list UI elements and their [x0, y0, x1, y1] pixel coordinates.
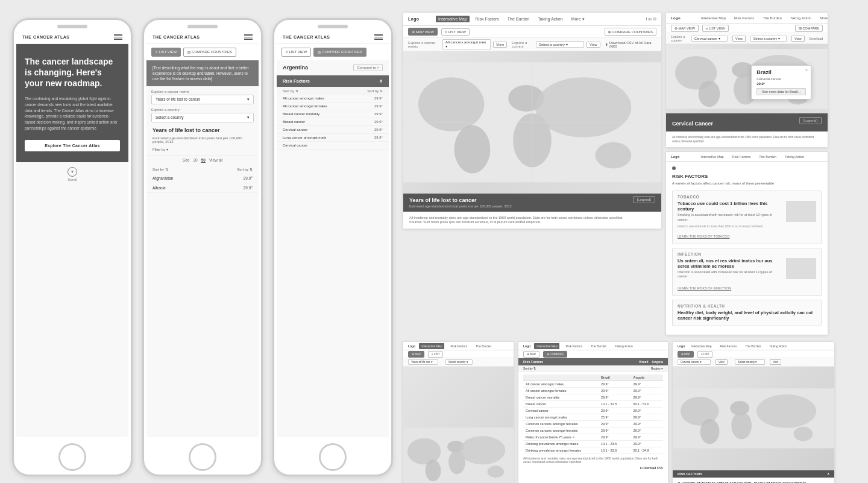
phone3-item-4[interactable]: Breast cancer 29.9° — [277, 118, 389, 126]
risk-card-tobacco-link[interactable]: LEARN THE RISKS OF TOBACCO — [678, 235, 730, 238]
burden-country-select[interactable]: Select country ▾ — [445, 359, 473, 365]
compare-table-row-4[interactable]: Cervical cancer 29.9° 29.9° — [523, 408, 663, 414]
phone-3-compare-to-btn[interactable]: Compare to > — [353, 64, 383, 71]
collapse-icon[interactable]: ∧ — [379, 78, 383, 84]
view-btn-cervical-2[interactable]: View — [791, 36, 805, 42]
popup-close-btn[interactable]: × — [805, 68, 808, 73]
compare-table-row-6[interactable]: Common cancers amongst females 29.9° 29.… — [523, 421, 663, 428]
compare-nav-burden[interactable]: The Burden — [588, 343, 609, 349]
cervical-legend-btn[interactable]: [Legend] — [799, 117, 822, 124]
risk-card-infection-link[interactable]: LEARN THE RISKS OF INFECTION — [678, 286, 731, 290]
map-view-btn-cervical[interactable]: ⊕ MAP VIEW — [671, 25, 699, 32]
download-btn[interactable]: ⬇ Download CSV of All Data (MB) — [605, 41, 656, 48]
compare-sort-by[interactable]: Sort by ⇅ — [523, 367, 536, 370]
dt-risk-risk[interactable]: Risk Factors — [730, 154, 753, 160]
list-item-albania[interactable]: Albania 29.9° — [146, 183, 259, 193]
compare-btn-cervical[interactable]: ⊞ COMPARE — [795, 25, 823, 32]
phone-3-list-view-btn[interactable]: ≡ LIST VIEW — [281, 48, 311, 57]
metric-view-btn[interactable]: View — [493, 42, 507, 48]
dt-nav-imap-cervical[interactable]: Interactive Map — [699, 15, 728, 21]
sort-by-1[interactable]: Sort by ⇅ — [153, 167, 168, 171]
phone3-item-1[interactable]: All cancer amongst males 29.9° — [277, 95, 389, 103]
compare-nav-imap[interactable]: Interactive Map — [534, 343, 559, 349]
map-view-btn[interactable]: ⊕ MAP VIEW — [408, 28, 438, 36]
dt-nav-burden-cervical[interactable]: The Burden — [760, 15, 784, 21]
cervical-mini-map-btn[interactable]: ⊕ MAP — [678, 351, 694, 358]
dt-nav-risk-cervical[interactable]: Risk Factors — [732, 15, 756, 21]
compare-table-row-8[interactable]: Risks of cancer below 75 years > 29.9° 2… — [523, 434, 663, 441]
linkedin-icon[interactable]: in — [649, 17, 652, 22]
burden-nav-burden[interactable]: The Burden — [473, 343, 494, 349]
phone-1-explore-btn[interactable]: Explore The Cancer Atlas — [25, 140, 120, 151]
select-country-cervical[interactable]: Select a country ▾ — [750, 36, 787, 42]
compare-table-row-5[interactable]: Lung cancer amongst males 25.9° 29.9° — [523, 414, 663, 421]
cervical-mini-metric-select[interactable]: Cervical cancer ▾ — [678, 359, 711, 365]
dt-nav-the-burden[interactable]: The Burden — [505, 16, 532, 22]
hamburger-icon-1[interactable] — [114, 34, 122, 40]
phone3-item-5[interactable]: Cervical cancer 29.9° — [277, 126, 389, 134]
compare-nav-taking[interactable]: Taking Action — [612, 343, 635, 349]
phone3-item-7[interactable]: Cervical cancer — [277, 142, 389, 150]
phone3-item-3[interactable]: Breast cancer mortality 29.9° — [277, 110, 389, 118]
burden-map-btn[interactable]: ⊕ MAP — [408, 351, 424, 358]
dt-nav-more[interactable]: More ▾ — [569, 16, 587, 23]
burden-nav-imap[interactable]: Interactive Map — [419, 343, 444, 349]
sort-by-4[interactable]: Sort by ⇅ — [367, 89, 383, 93]
phone-2-country-select[interactable]: Select a country ▾ — [151, 113, 254, 122]
compare-table-row-7[interactable]: Common cancers amongst females 29.9° 29.… — [523, 428, 663, 434]
phone-2-list-view-btn[interactable]: ≡ LIST VIEW — [151, 48, 181, 57]
cervical-mini-view-2[interactable]: View — [770, 359, 782, 365]
cervical-mini-collapse[interactable]: ∧ — [827, 472, 829, 476]
compare-countries-btn[interactable]: ⊞ COMPARE COUNTRIES — [605, 28, 656, 36]
pager-20[interactable]: 20 — [193, 158, 197, 162]
compare-table-row-10[interactable]: Drinking prevalence amongst females 10.1… — [523, 447, 663, 454]
list-view-btn-cervical[interactable]: ≡ LIST VIEW — [702, 25, 729, 32]
dt-burden-risk[interactable]: The Burden — [756, 154, 779, 160]
pager-50[interactable]: 50 — [201, 158, 206, 162]
email-icon[interactable]: ✉ — [653, 17, 656, 22]
phone-3-compare-btn[interactable]: ⊞ COMPARE COUNTRIES — [313, 48, 366, 57]
sort-by-2[interactable]: Sort by ⇅ — [237, 167, 253, 171]
cervical-mini-taking[interactable]: Taking Action — [767, 343, 789, 349]
popup-more-btn[interactable]: See more data for Brazil... — [756, 88, 806, 95]
list-view-btn[interactable]: ≡ LIST VIEW — [441, 28, 470, 36]
view-btn-cervical[interactable]: View — [732, 36, 746, 42]
compare-compare-btn[interactable]: ⊞ COMPARE — [543, 351, 567, 358]
dt-nav-taking-cervical[interactable]: Taking Action — [788, 15, 814, 21]
compare-map-btn[interactable]: ⊕ MAP — [523, 351, 539, 358]
cervical-mini-imap[interactable]: Interactive Map — [688, 343, 714, 349]
country-select[interactable]: Select a country ▾ — [536, 41, 584, 48]
cervical-mini-country[interactable]: Select country ▾ — [735, 359, 765, 365]
legend-btn-1[interactable]: [Legend] — [633, 196, 655, 203]
burden-metric-select[interactable]: Years of life lost ▾ — [408, 359, 438, 365]
burden-nav-risk[interactable]: Risk Factors — [448, 343, 470, 349]
hamburger-icon-2[interactable] — [244, 34, 253, 40]
list-item-afghanistan[interactable]: Afghanistan 29.9° — [146, 174, 259, 183]
cervical-mini-risk[interactable]: Risk Factors — [717, 343, 739, 349]
compare-table-row-9[interactable]: Drinking prevalence amongst males 10.1 -… — [523, 441, 663, 447]
compare-nav-risk[interactable]: Risk Factors — [563, 343, 585, 349]
dt-taking-risk[interactable]: Taking Action — [782, 154, 807, 160]
cervical-mini-burden[interactable]: The Burden — [743, 343, 763, 349]
compare-table-row-0[interactable]: All cancer amongst males 29.9° 29.9° — [523, 381, 663, 388]
phone-2-compare-btn[interactable]: ⊞ COMPARE COUNTRIES — [183, 48, 236, 57]
phone3-item-6[interactable]: Lung cancer amongst male 29.9° — [277, 134, 389, 142]
pager-view-all[interactable]: View all — [209, 158, 222, 162]
country-select-cervical[interactable]: Cervical cancer ▾ — [691, 36, 728, 42]
dt-nav-taking-action[interactable]: Taking Action — [535, 16, 565, 22]
cervical-mini-list-btn[interactable]: ≡ LIST — [697, 351, 712, 358]
hamburger-icon-3[interactable] — [374, 34, 383, 40]
facebook-icon[interactable]: f — [646, 17, 647, 22]
compare-table-row-3[interactable]: Breast cancer 10.1 - 31.5 50.1 - 51.0 — [523, 401, 663, 408]
compare-table-row-1[interactable]: All cancer amongst females 29.9° 29.9° — [523, 388, 663, 394]
dt-nav-more-cervical[interactable]: More ▾ — [817, 14, 828, 21]
phone3-item-2[interactable]: All cancer amongst females 29.9° — [277, 103, 389, 110]
compare-table-row-2[interactable]: Breast cancer mortality 29.9° 29.9° — [523, 394, 663, 401]
sort-by-3[interactable]: Sort by ⇅ — [283, 89, 298, 93]
dt-nav-risk-factors[interactable]: Risk Factors — [473, 16, 502, 22]
phone-2-metric-select[interactable]: Years of life lost to cancer ▾ — [151, 95, 254, 104]
dt-nav-interactive-map[interactable]: Interactive Map — [436, 16, 470, 22]
dt-imap-risk[interactable]: Interactive Map — [699, 154, 726, 160]
compare-download-btn[interactable]: ⬇ Download CSV — [640, 466, 663, 470]
metric-select[interactable]: All cancers amongst men ▾ — [442, 39, 491, 49]
